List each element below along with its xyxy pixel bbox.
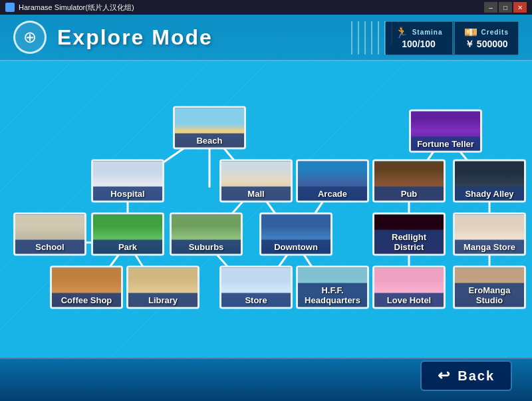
page-title: Explore Mode: [57, 25, 213, 50]
store-label: Store: [221, 293, 291, 307]
window-title: Haramase Simulator(纸片人汉化组): [19, 3, 134, 13]
location-pub[interactable]: Pub: [372, 160, 446, 203]
redlight-label: Redlight District: [374, 230, 444, 254]
location-redlight-district[interactable]: Redlight District: [372, 213, 446, 256]
stamina-icon: 🏃: [395, 26, 408, 39]
stamina-label: Stamina: [412, 29, 443, 36]
credits-icon: 💴: [464, 26, 477, 39]
school-label: School: [15, 240, 84, 254]
location-mall[interactable]: Mall: [219, 160, 293, 203]
title-bar: Haramase Simulator(纸片人汉化组) – □ ✕: [0, 0, 532, 15]
pub-label: Pub: [374, 187, 444, 201]
location-park[interactable]: Park: [91, 213, 164, 256]
bottom-bar: ↩ Back: [0, 358, 532, 401]
location-suburbs[interactable]: Suburbs: [170, 213, 243, 256]
stamina-value: 100/100: [395, 39, 443, 49]
beach-label: Beach: [175, 134, 244, 148]
window-controls: – □ ✕: [484, 2, 527, 13]
fortune-label: Fortune Teller: [411, 137, 480, 151]
location-manga-store[interactable]: Manga Store: [453, 213, 526, 256]
downtown-label: Downtown: [261, 240, 331, 254]
close-button[interactable]: ✕: [513, 2, 527, 13]
hospital-label: Hospital: [93, 187, 162, 201]
compass-symbol: ⊕: [23, 28, 37, 47]
suburbs-label: Suburbs: [172, 240, 241, 254]
location-library[interactable]: Library: [126, 266, 200, 309]
compass-icon: ⊕: [13, 21, 47, 54]
location-coffee-shop[interactable]: Coffee Shop: [50, 266, 123, 309]
hff-label: H.F.F. Headquarters: [298, 283, 367, 307]
location-arcade[interactable]: Arcade: [296, 160, 369, 203]
back-label: Back: [458, 368, 495, 384]
location-downtown[interactable]: Downtown: [259, 213, 332, 256]
love-label: Love Hotel: [374, 293, 444, 307]
location-school[interactable]: School: [13, 213, 86, 256]
game-area: ⊕ Explore Mode 🏃 Stamina 100/100 💴 Credi…: [0, 15, 532, 401]
library-label: Library: [128, 293, 198, 307]
shady-label: Shady Alley: [455, 187, 524, 201]
credits-stat: 💴 Credits ￥ 500000: [454, 21, 519, 55]
location-store[interactable]: Store: [219, 266, 293, 309]
location-hospital[interactable]: Hospital: [91, 160, 164, 203]
location-eromanga-studio[interactable]: EroManga Studio: [453, 266, 526, 309]
minimize-button[interactable]: –: [484, 2, 497, 13]
back-icon: ↩: [438, 367, 451, 384]
location-fortune-teller[interactable]: Fortune Teller: [409, 110, 482, 153]
location-shady-alley[interactable]: Shady Alley: [453, 160, 526, 203]
nodes-layer: Beach Fortune Teller Hospital: [0, 65, 532, 358]
mall-label: Mall: [221, 187, 291, 201]
coffee-label: Coffee Shop: [52, 293, 121, 307]
stamina-stat: 🏃 Stamina 100/100: [385, 21, 453, 55]
header-bar: ⊕ Explore Mode 🏃 Stamina 100/100 💴 Credi…: [0, 15, 532, 61]
app-icon: [5, 3, 15, 12]
eromanga-label: EroManga Studio: [455, 283, 524, 307]
credits-value: ￥ 500000: [464, 39, 509, 51]
stats-bar: 🏃 Stamina 100/100 💴 Credits ￥ 500000: [385, 21, 519, 55]
map-container: Beach Fortune Teller Hospital: [0, 65, 532, 358]
arcade-label: Arcade: [298, 187, 367, 201]
manga-label: Manga Store: [455, 240, 524, 254]
location-hff-headquarters[interactable]: H.F.F. Headquarters: [296, 266, 369, 309]
maximize-button[interactable]: □: [499, 2, 512, 13]
location-beach[interactable]: Beach: [173, 106, 246, 150]
back-button[interactable]: ↩ Back: [420, 360, 512, 391]
credits-label: Credits: [481, 29, 509, 36]
park-label: Park: [93, 240, 162, 254]
location-love-hotel[interactable]: Love Hotel: [372, 266, 446, 309]
